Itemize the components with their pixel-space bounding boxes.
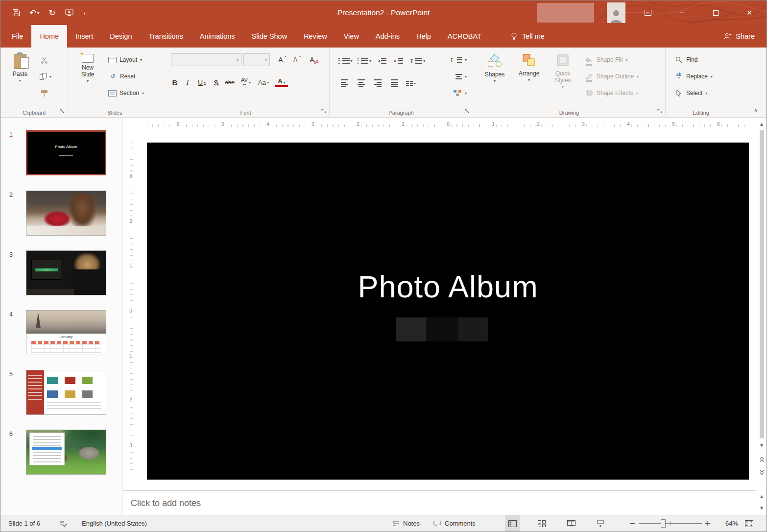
numbering-button[interactable]: ▾ bbox=[358, 54, 372, 67]
close-button[interactable]: ✕ bbox=[738, 0, 761, 25]
align-right-button[interactable] bbox=[372, 77, 384, 90]
ribbon-display-options-button[interactable] bbox=[637, 0, 659, 25]
slide-thumbnail-1[interactable]: Photo Album bbox=[26, 130, 106, 175]
tab-insert[interactable]: Insert bbox=[67, 25, 101, 48]
scroll-up-button[interactable]: ▲ bbox=[758, 120, 766, 128]
line-spacing-button[interactable]: ↕ ▾ bbox=[409, 54, 425, 67]
scrollbar-thumb[interactable] bbox=[760, 130, 764, 438]
quick-styles-button[interactable]: Quick Styles ▾ bbox=[549, 50, 577, 102]
bullets-button[interactable]: ▾ bbox=[338, 54, 353, 67]
text-shadow-button[interactable]: S bbox=[210, 76, 222, 89]
reading-view-button[interactable] bbox=[564, 515, 578, 532]
tab-acrobat[interactable]: ACROBAT bbox=[439, 25, 490, 48]
shapes-button[interactable]: Shapes ▾ bbox=[481, 50, 508, 102]
tab-file[interactable]: File bbox=[3, 25, 31, 48]
align-left-button[interactable] bbox=[338, 77, 350, 90]
undo-caret[interactable]: ▾ bbox=[37, 11, 39, 15]
font-color-button[interactable]: A ▾ bbox=[273, 76, 290, 89]
slide-canvas[interactable]: Photo Album bbox=[147, 143, 749, 480]
new-slide-icon: ✦ bbox=[82, 54, 94, 63]
bold-button[interactable]: B bbox=[169, 76, 181, 89]
tab-review[interactable]: Review bbox=[295, 25, 336, 48]
zoom-level[interactable]: 64% bbox=[717, 515, 738, 532]
next-slide-button[interactable] bbox=[758, 468, 765, 477]
shape-fill-button[interactable]: Shape Fill ▾ bbox=[585, 53, 627, 66]
user-avatar[interactable] bbox=[607, 2, 625, 23]
start-from-beginning-button[interactable] bbox=[65, 9, 73, 17]
collapse-ribbon-button[interactable]: ∧ bbox=[754, 107, 758, 114]
spell-check-button[interactable] bbox=[59, 515, 67, 532]
copy-button[interactable]: ▾ bbox=[40, 70, 51, 83]
redo-button[interactable]: ↻ bbox=[48, 9, 55, 17]
slide-title[interactable]: Photo Album bbox=[147, 269, 749, 304]
paste-button[interactable]: Paste ▾ bbox=[6, 50, 34, 102]
italic-button[interactable]: I bbox=[182, 76, 193, 89]
slide-thumbnail-3[interactable] bbox=[26, 250, 106, 295]
shrink-font-button[interactable]: A ▾ bbox=[289, 53, 301, 66]
tab-design[interactable]: Design bbox=[101, 25, 140, 48]
select-button[interactable]: Select ▾ bbox=[674, 87, 707, 99]
undo-button[interactable]: ↶ ▾ bbox=[29, 9, 39, 17]
convert-to-smartart-button[interactable]: ▾ bbox=[453, 87, 467, 99]
format-painter-button[interactable] bbox=[40, 87, 48, 99]
layout-button[interactable]: Layout ▾ bbox=[108, 53, 142, 66]
shape-effects-button[interactable]: Shape Effects ▾ bbox=[585, 87, 638, 99]
maximize-button[interactable] bbox=[704, 0, 727, 25]
slide-sorter-view-button[interactable] bbox=[534, 515, 549, 532]
slide-thumbnail-6[interactable] bbox=[26, 430, 106, 475]
tab-add-ins[interactable]: Add-ins bbox=[367, 25, 408, 48]
clear-formatting-button[interactable]: A bbox=[308, 53, 320, 66]
font-size-combo[interactable]: ▾ bbox=[243, 53, 270, 66]
tab-view[interactable]: View bbox=[336, 25, 367, 48]
tab-help[interactable]: Help bbox=[408, 25, 439, 48]
tab-slide-show[interactable]: Slide Show bbox=[243, 25, 296, 48]
strikethrough-button[interactable]: abe bbox=[223, 76, 237, 89]
customize-qat-button[interactable]: ▾ bbox=[83, 11, 87, 15]
scroll-down-button[interactable]: ▼ bbox=[758, 441, 766, 449]
replace-button[interactable]: ab ↔ Replace ▾ bbox=[674, 70, 713, 83]
comments-toggle-button[interactable]: Comments bbox=[433, 515, 476, 532]
zoom-out-button[interactable]: − bbox=[627, 515, 637, 532]
section-button[interactable]: Section ▾ bbox=[108, 87, 144, 99]
new-slide-button[interactable]: ✦ New Slide ▾ bbox=[73, 50, 102, 102]
previous-slide-button[interactable] bbox=[758, 455, 765, 464]
shape-outline-button[interactable]: Shape Outline ▾ bbox=[585, 70, 639, 83]
slide-thumbnail-2[interactable] bbox=[26, 191, 106, 236]
slide-show-view-button[interactable] bbox=[593, 515, 608, 532]
slide-thumbnail-5[interactable] bbox=[26, 370, 106, 415]
character-spacing-button[interactable]: AV ↔ ▾ bbox=[238, 76, 254, 89]
notes-pane[interactable]: Click to add notes bbox=[123, 490, 756, 516]
align-center-button[interactable] bbox=[355, 77, 367, 90]
zoom-slider[interactable] bbox=[639, 515, 702, 532]
normal-view-button[interactable] bbox=[505, 515, 520, 532]
notes-scroll-up-button[interactable]: ▲ bbox=[758, 492, 766, 500]
language-status[interactable]: English (United States) bbox=[82, 515, 147, 532]
tell-me-box[interactable]: Tell me bbox=[503, 25, 552, 48]
columns-button[interactable]: ▾ bbox=[405, 77, 417, 90]
cut-button[interactable] bbox=[40, 53, 48, 66]
decrease-indent-button[interactable]: ◂ bbox=[376, 54, 388, 67]
zoom-slider-thumb[interactable] bbox=[661, 519, 666, 528]
justify-button[interactable] bbox=[388, 77, 400, 90]
font-name-combo[interactable]: ▾ bbox=[171, 53, 241, 66]
arrange-button[interactable]: Arrange ▾ bbox=[514, 50, 544, 102]
fit-slide-to-window-button[interactable] bbox=[745, 515, 753, 532]
text-direction-button[interactable]: ↕ ▾ bbox=[450, 53, 467, 66]
reset-button[interactable]: ↺ Reset bbox=[108, 70, 135, 83]
notes-scroll-down-button[interactable]: ▼ bbox=[758, 504, 766, 512]
minimize-button[interactable]: ─ bbox=[671, 0, 693, 25]
slide-thumbnail-4[interactable]: January bbox=[26, 310, 106, 355]
align-text-button[interactable]: ▾ bbox=[455, 70, 467, 83]
increase-indent-button[interactable]: ▸ bbox=[393, 54, 405, 67]
zoom-in-button[interactable]: + bbox=[703, 515, 713, 532]
find-button[interactable]: Find bbox=[674, 53, 697, 66]
tab-animations[interactable]: Animations bbox=[192, 25, 243, 48]
save-button[interactable] bbox=[12, 9, 20, 17]
tab-home[interactable]: Home bbox=[31, 25, 67, 48]
underline-button[interactable]: U▾ bbox=[194, 76, 209, 89]
share-button[interactable]: Share bbox=[712, 25, 767, 48]
notes-toggle-button[interactable]: Notes bbox=[392, 515, 420, 532]
change-case-button[interactable]: Aa▾ bbox=[255, 76, 272, 89]
grow-font-button[interactable]: A ▴ bbox=[275, 53, 287, 66]
tab-transitions[interactable]: Transitions bbox=[140, 25, 191, 48]
